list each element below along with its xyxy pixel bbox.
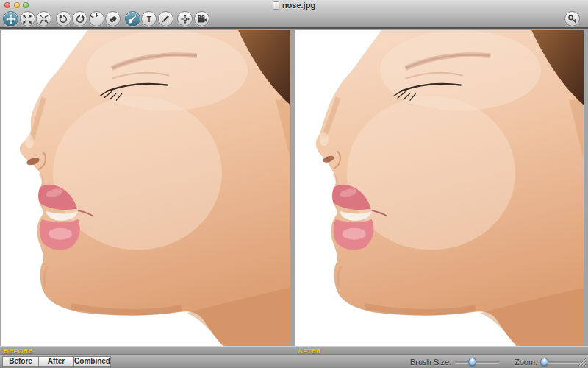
- title-bar: nose.jpg: [0, 0, 588, 10]
- app-window: nose.jpg: [0, 0, 588, 368]
- toolbar-group-navigation: [3, 11, 51, 26]
- key-button[interactable]: [564, 11, 580, 26]
- brush-tool[interactable]: [125, 11, 140, 26]
- zoom-label: Zoom:: [514, 358, 537, 367]
- pencil-icon: [159, 13, 171, 25]
- movie-camera-icon: [196, 13, 207, 25]
- svg-text:T: T: [146, 15, 151, 23]
- expand-tool[interactable]: [20, 11, 35, 26]
- redo-button[interactable]: [72, 11, 87, 26]
- animation-tool[interactable]: [194, 11, 209, 26]
- editor-content: [0, 27, 588, 346]
- contract-arrows-icon: [38, 13, 50, 25]
- brush-size-label: Brush Size:: [410, 358, 451, 367]
- key-icon: [567, 13, 578, 25]
- move-tool[interactable]: [3, 11, 18, 26]
- toolbar-group-extra: [177, 11, 209, 26]
- resize-grip[interactable]: [577, 357, 587, 367]
- brush-size-slider[interactable]: [455, 361, 499, 363]
- eraser-tool[interactable]: [105, 11, 121, 26]
- view-mode-segmented-control: Before After Combined: [2, 356, 111, 367]
- pencil-tool[interactable]: [158, 11, 173, 26]
- before-image-canvas[interactable]: [1, 30, 290, 346]
- before-photo: [1, 30, 290, 346]
- after-photo: [295, 30, 584, 346]
- reposition-tool[interactable]: [177, 11, 193, 26]
- redo-arrow-icon: [74, 13, 86, 25]
- move-icon: [5, 13, 17, 25]
- view-before-button[interactable]: Before: [2, 356, 39, 367]
- document-icon: [273, 1, 279, 10]
- toolbar: T: [0, 10, 588, 27]
- toolbar-group-draw: T: [125, 11, 173, 26]
- eraser-icon: [107, 13, 119, 25]
- move-target-icon: [179, 13, 191, 25]
- contract-tool[interactable]: [36, 11, 51, 26]
- brush-size-control: Brush Size:: [410, 355, 499, 368]
- view-after-button[interactable]: After: [38, 356, 74, 367]
- view-combined-button[interactable]: Combined: [74, 356, 111, 367]
- text-tool[interactable]: T: [141, 11, 157, 26]
- status-strip: BEFORE AFTER: [0, 346, 588, 354]
- window-title: nose.jpg: [282, 1, 315, 10]
- zoom-control: Zoom:: [514, 355, 580, 368]
- text-icon: T: [143, 13, 155, 25]
- brush-icon: [126, 13, 138, 25]
- rotate-arrow-icon: [90, 13, 102, 25]
- after-image-canvas[interactable]: [295, 30, 584, 346]
- brush-size-slider-thumb[interactable]: [468, 358, 476, 366]
- undo-arrow-icon: [57, 13, 69, 25]
- expand-arrows-icon: [21, 13, 33, 25]
- toolbar-group-history: [56, 11, 121, 26]
- zoom-slider[interactable]: [541, 361, 580, 363]
- bottom-bar: Before After Combined Brush Size: Zoom:: [0, 354, 588, 368]
- rotate-button[interactable]: [89, 11, 104, 26]
- zoom-slider-thumb[interactable]: [540, 358, 548, 366]
- undo-button[interactable]: [56, 11, 71, 26]
